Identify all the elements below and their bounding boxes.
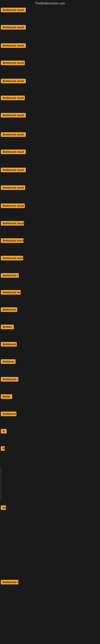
bottleneck-item-5[interactable]: Bottleneck result [1, 96, 25, 101]
bottleneck-item-13[interactable]: Bottleneck result [1, 238, 24, 244]
bottleneck-item-0[interactable]: Bottleneck result [1, 8, 26, 13]
bottleneck-item-15[interactable]: Bottleneck r [1, 273, 19, 278]
bottleneck-badge-19[interactable]: Bottleneck [1, 342, 17, 346]
bottleneck-badge-10[interactable]: Bottleneck result [1, 185, 25, 190]
site-header: TheBottlenecker.com [0, 0, 100, 8]
bottleneck-badge-8[interactable]: Bottleneck result [1, 150, 26, 154]
bottleneck-item-25[interactable]: B [1, 446, 5, 452]
bottleneck-badge-28[interactable]: Bo [1, 505, 6, 510]
bottleneck-item-7[interactable]: Bottleneck result [1, 132, 26, 138]
bottleneck-badge-13[interactable]: Bottleneck result [1, 238, 24, 243]
bottleneck-badge-4[interactable]: Bottleneck result [1, 79, 26, 83]
bottleneck-badge-11[interactable]: Bottleneck result [1, 204, 25, 208]
bottleneck-badge-5[interactable]: Bottleneck result [1, 96, 25, 100]
bottleneck-badge-14[interactable]: Bottleneck result [1, 256, 23, 260]
bottleneck-item-4[interactable]: Bottleneck result [1, 79, 26, 84]
bottleneck-badge-0[interactable]: Bottleneck result [1, 8, 26, 12]
bottleneck-badge-16[interactable]: Bottleneck resu [1, 290, 21, 295]
bottleneck-badge-23[interactable]: Bottleneck [1, 412, 16, 416]
bottleneck-item-16[interactable]: Bottleneck resu [1, 290, 21, 296]
bottleneck-item-14[interactable]: Bottleneck result [1, 256, 23, 261]
bottleneck-item-31[interactable]: Bottleneck r [1, 580, 18, 585]
bottleneck-badge-12[interactable]: Bottleneck result [1, 221, 24, 226]
bottleneck-badge-25[interactable]: B [1, 446, 5, 451]
bottleneck-badge-9[interactable]: Bottleneck result [1, 168, 26, 172]
site-title: TheBottlenecker.com [0, 0, 100, 8]
bottleneck-item-22[interactable]: Bottle [1, 394, 12, 400]
bottleneck-item-1[interactable]: Bottleneck result [1, 25, 26, 30]
bottleneck-item-11[interactable]: Bottleneck result [1, 204, 25, 209]
bottleneck-badge-2[interactable]: Bottleneck result [1, 43, 26, 48]
bottleneck-badge-7[interactable]: Bottleneck result [1, 132, 26, 137]
bottleneck-item-3[interactable]: Bottleneck result [1, 60, 25, 66]
bottleneck-badge-15[interactable]: Bottleneck r [1, 273, 19, 278]
bottleneck-item-9[interactable]: Bottleneck result [1, 168, 26, 173]
bottleneck-badge-20[interactable]: Bottlenec [1, 359, 16, 364]
divider-27 [1, 483, 1, 499]
bottleneck-item-19[interactable]: Bottleneck [1, 342, 17, 347]
bottleneck-item-12[interactable]: Bottleneck result [1, 221, 24, 226]
divider-26 [1, 467, 1, 483]
bottleneck-list: Bottleneck resultBottleneck resultBottle… [0, 8, 100, 644]
bottleneck-badge-17[interactable]: Bottleneck [1, 307, 17, 312]
bottleneck-badge-21[interactable]: Bottleneck r [1, 377, 18, 382]
bottleneck-badge-31[interactable]: Bottleneck r [1, 580, 18, 584]
bottleneck-badge-24[interactable]: B [1, 429, 7, 434]
bottleneck-badge-3[interactable]: Bottleneck result [1, 60, 25, 65]
bottleneck-item-18[interactable]: Bottlen [1, 324, 14, 330]
bottleneck-item-24[interactable]: B [1, 429, 7, 434]
bottleneck-badge-6[interactable]: Bottleneck result [1, 113, 26, 118]
bottleneck-badge-1[interactable]: Bottleneck result [1, 25, 26, 30]
bottleneck-item-28[interactable]: Bo [1, 505, 6, 511]
bottleneck-item-2[interactable]: Bottleneck result [1, 43, 26, 49]
bottleneck-item-20[interactable]: Bottlenec [1, 359, 16, 365]
bottleneck-item-6[interactable]: Bottleneck result [1, 113, 26, 118]
bottleneck-item-21[interactable]: Bottleneck r [1, 377, 18, 382]
bottleneck-item-10[interactable]: Bottleneck result [1, 185, 25, 191]
bottleneck-item-8[interactable]: Bottleneck result [1, 150, 26, 155]
bottleneck-item-17[interactable]: Bottleneck [1, 307, 17, 313]
bottleneck-badge-22[interactable]: Bottle [1, 394, 12, 399]
bottleneck-badge-18[interactable]: Bottlen [1, 324, 14, 329]
bottleneck-item-23[interactable]: Bottleneck [1, 412, 16, 417]
